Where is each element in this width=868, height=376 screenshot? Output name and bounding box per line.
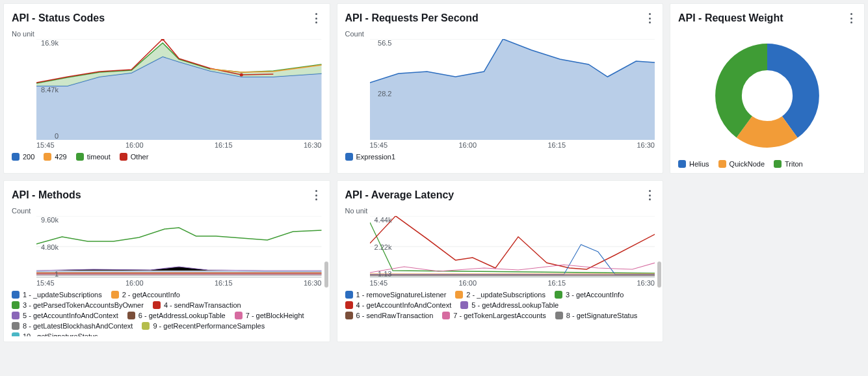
legend-label: 4 - getAccountInfoAndContext <box>356 301 452 309</box>
legend-label: 8 - getLatestBlockhashAndContext <box>23 322 133 330</box>
legend-item[interactable]: 429 <box>44 153 66 161</box>
legend-item[interactable]: 4 - getAccountInfoAndContext <box>345 301 452 309</box>
legend-item[interactable]: 8 - getSignatureStatus <box>555 312 637 319</box>
legend-label: 3 - getParsedTokenAccountsByOwner <box>23 301 144 309</box>
legend-swatch <box>442 312 450 319</box>
y-axis-label: No unit <box>12 30 322 38</box>
legend-item[interactable]: 5 - getAccountInfoAndContext <box>12 312 118 319</box>
legend-item[interactable]: 9 - getRecentPerformanceSamples <box>142 322 265 330</box>
panel-weight: API - Request Weight HeliusQuickNodeTrit… <box>670 3 865 174</box>
legend-swatch <box>460 301 468 309</box>
legend-item[interactable]: 7 - getTokenLargestAccounts <box>442 312 546 319</box>
legend-item[interactable]: 8 - getLatestBlockhashAndContext <box>12 322 133 330</box>
legend-item[interactable]: Other <box>120 153 149 161</box>
kebab-menu-icon[interactable] <box>644 10 655 26</box>
legend-swatch <box>127 312 135 319</box>
y-axis-label: No unit <box>345 207 655 215</box>
panel-title: API - Requests Per Second <box>345 12 479 24</box>
legend-label: 2 - _updateSubscriptions <box>466 291 546 299</box>
legend: 1 - _updateSubscriptions2 - getAccountIn… <box>12 291 322 336</box>
legend-label: 5 - getAddressLookupTable <box>471 301 559 309</box>
scrollbar-thumb[interactable] <box>324 262 328 288</box>
legend-swatch <box>12 301 20 309</box>
legend: 1 - removeSignatureListener2 - _updateSu… <box>345 291 655 319</box>
legend-swatch <box>12 153 20 161</box>
legend-item[interactable]: Helius <box>678 160 709 168</box>
chart-weight <box>678 29 856 156</box>
legend-label: Helius <box>689 160 709 168</box>
panel-title: API - Methods <box>12 189 81 201</box>
legend-label: 1 - _updateSubscriptions <box>23 291 102 299</box>
legend-item[interactable]: 200 <box>12 153 34 161</box>
legend-item[interactable]: 2 - getAccountInfo <box>111 291 180 299</box>
legend-swatch <box>678 160 686 168</box>
svg-point-4 <box>240 74 243 77</box>
legend-label: Expression1 <box>356 153 396 161</box>
chart-status-codes: 16.9k 8.47k 0 <box>36 39 322 140</box>
legend-swatch <box>12 322 20 330</box>
legend-swatch <box>345 301 353 309</box>
y-axis-label: Count <box>345 30 655 38</box>
legend-swatch <box>555 291 562 299</box>
legend-label: 4 - sendRawTransaction <box>164 301 241 309</box>
legend-item[interactable]: 5 - getAddressLookupTable <box>460 301 559 309</box>
legend: HeliusQuickNodeTriton <box>678 160 856 168</box>
legend-label: timeout <box>87 153 111 161</box>
legend-label: Other <box>131 153 149 161</box>
legend-swatch <box>12 291 20 299</box>
legend-label: QuickNode <box>730 160 765 168</box>
legend-label: 7 - getTokenLargestAccounts <box>453 312 546 319</box>
legend-item[interactable]: timeout <box>76 153 111 161</box>
legend-item[interactable]: 10 - getSignatureStatus <box>12 332 98 336</box>
legend-swatch <box>12 332 20 336</box>
legend-label: 8 - getSignatureStatus <box>566 312 637 319</box>
legend-item[interactable]: 1 - _updateSubscriptions <box>12 291 102 299</box>
legend-swatch <box>235 312 243 319</box>
legend: 200429timeoutOther <box>12 153 322 161</box>
legend: Expression1 <box>345 153 655 161</box>
legend-swatch <box>555 312 563 319</box>
legend-item[interactable]: QuickNode <box>718 160 765 168</box>
legend-item[interactable]: 3 - getParsedTokenAccountsByOwner <box>12 301 144 309</box>
chart-rps: 56.5 28.2 <box>370 39 655 140</box>
panel-status-codes: API - Status Codes No unit 16.9k 8.47k 0 <box>3 3 330 174</box>
chart-methods: 9.60k 4.80k 1 <box>36 216 322 278</box>
kebab-menu-icon[interactable] <box>311 10 322 26</box>
legend-label: 6 - getAddressLookupTable <box>138 312 226 319</box>
panel-title: API - Average Latency <box>345 189 454 201</box>
legend-swatch <box>455 291 463 299</box>
legend-swatch <box>718 160 726 168</box>
scrollbar-thumb[interactable] <box>657 262 661 288</box>
legend-item[interactable]: Expression1 <box>345 153 396 161</box>
legend-item[interactable]: 4 - sendRawTransaction <box>153 301 241 309</box>
legend-swatch <box>76 153 84 161</box>
kebab-menu-icon[interactable] <box>644 187 655 203</box>
legend-swatch <box>111 291 119 299</box>
legend-item[interactable]: 3 - getAccountInfo <box>555 291 624 299</box>
legend-swatch <box>12 312 20 319</box>
legend-label: 10 - getSignatureStatus <box>23 332 98 336</box>
legend-label: Triton <box>785 160 803 168</box>
legend-label: 3 - getAccountInfo <box>566 291 624 299</box>
legend-swatch <box>142 322 150 330</box>
panel-title: API - Request Weight <box>678 12 783 24</box>
legend-swatch <box>153 301 161 309</box>
legend-item[interactable]: 7 - getBlockHeight <box>235 312 304 319</box>
legend-item[interactable]: 1 - removeSignatureListener <box>345 291 447 299</box>
legend-label: 7 - getBlockHeight <box>246 312 304 319</box>
panel-methods: API - Methods Count 9.60k 4.80k 1 <box>3 180 330 342</box>
kebab-menu-icon[interactable] <box>311 187 322 203</box>
panel-latency: API - Average Latency No unit 4.44k 2.22… <box>337 180 664 342</box>
legend-swatch <box>44 153 51 161</box>
legend-label: 5 - getAccountInfoAndContext <box>23 312 118 319</box>
legend-item[interactable]: 6 - getAddressLookupTable <box>127 312 226 319</box>
kebab-menu-icon[interactable] <box>846 10 856 26</box>
legend-label: 2 - getAccountInfo <box>122 291 180 299</box>
legend-item[interactable]: 6 - sendRawTransaction <box>345 312 434 319</box>
legend-item[interactable]: 2 - _updateSubscriptions <box>455 291 546 299</box>
y-axis-label: Count <box>12 207 322 215</box>
legend-swatch <box>345 291 353 299</box>
legend-item[interactable]: Triton <box>774 160 803 168</box>
legend-swatch <box>120 153 127 161</box>
chart-latency: 4.44k 2.22k 1.13 <box>370 216 655 278</box>
